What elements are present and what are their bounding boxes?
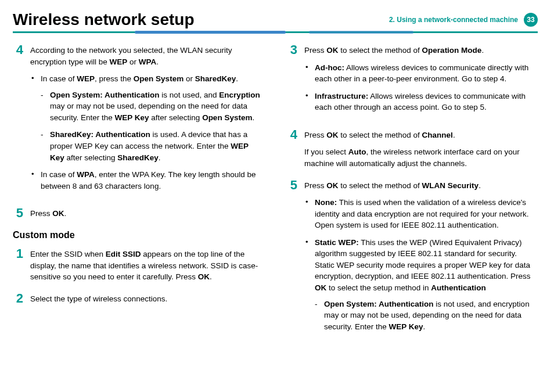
accent-bar bbox=[309, 31, 413, 34]
step-number: 4 bbox=[287, 128, 297, 170]
bold-text: Operation Mode bbox=[422, 46, 482, 55]
bold-text: Infrastructure: bbox=[315, 92, 368, 100]
text: . bbox=[252, 113, 254, 122]
bold-text: WEP bbox=[110, 57, 128, 66]
step-text: Press OK to select the method of Operati… bbox=[304, 45, 538, 56]
step-body: Press OK to select the method of Operati… bbox=[304, 45, 538, 119]
bold-text: OK bbox=[326, 131, 338, 139]
bold-text: OK bbox=[326, 46, 338, 55]
list-item: Open System: Authentication is not used,… bbox=[41, 89, 264, 124]
step-4-left: 4 According to the network you selected,… bbox=[13, 45, 264, 197]
text: to select the method of bbox=[339, 181, 422, 190]
step-3-right: 3 Press OK to select the method of Opera… bbox=[287, 45, 538, 119]
text: If you select bbox=[304, 148, 348, 156]
text: Enter the SSID when bbox=[30, 250, 106, 258]
page-number-badge: 33 bbox=[524, 13, 538, 27]
step-body: Press OK to select the method of WLAN Se… bbox=[304, 180, 538, 339]
bullet-list: None: This is used when the validation o… bbox=[304, 197, 538, 332]
bold-text: SharedKey: Authentication bbox=[50, 130, 150, 139]
step-text: Press OK to select the method of Channel… bbox=[304, 130, 538, 141]
bold-text: Open System: Authentication bbox=[50, 91, 160, 99]
step-number: 4 bbox=[13, 44, 23, 197]
step-number: 2 bbox=[13, 292, 23, 305]
custom-mode-heading: Custom mode bbox=[13, 230, 264, 240]
bold-text: OK bbox=[52, 209, 64, 218]
step-5-left: 5 Press OK. bbox=[13, 208, 264, 220]
left-column: 4 According to the network you selected,… bbox=[13, 45, 264, 348]
bold-text: WPA bbox=[139, 57, 157, 66]
step-body: Select the type of wireless connections. bbox=[30, 293, 264, 305]
text: . bbox=[236, 74, 238, 83]
bold-text: OK bbox=[315, 283, 326, 292]
text: Allows wireless devices to communicate d… bbox=[315, 63, 528, 84]
list-item: In case of WEP, press the Open System or… bbox=[30, 73, 264, 163]
text: . bbox=[453, 131, 455, 139]
text: or bbox=[184, 74, 195, 83]
step-text: Select the type of wireless connections. bbox=[30, 293, 264, 305]
text: Press bbox=[304, 46, 326, 55]
text: In case of bbox=[41, 170, 77, 179]
bold-text: Ad-hoc: bbox=[315, 63, 344, 72]
step-text: Press OK to select the method of WLAN Se… bbox=[304, 180, 538, 192]
text: to select the method of bbox=[339, 46, 422, 55]
step-body: Press OK. bbox=[30, 208, 264, 220]
list-item: Ad-hoc: Allows wireless devices to commu… bbox=[304, 62, 538, 85]
text: . bbox=[156, 57, 159, 66]
bold-text: WEP Key bbox=[389, 322, 423, 331]
step-text: If you select Auto, the wireless network… bbox=[304, 146, 538, 169]
bold-text: OK bbox=[198, 272, 210, 281]
step-number: 5 bbox=[287, 179, 297, 339]
bullet-list: Ad-hoc: Allows wireless devices to commu… bbox=[304, 62, 538, 113]
list-item: Open System: Authentication is not used,… bbox=[315, 299, 538, 333]
bold-text: Authentication bbox=[431, 283, 486, 292]
custom-step-1: 1 Enter the SSID when Edit SSID appears … bbox=[13, 249, 264, 283]
list-item: Static WEP: This uses the WEP (Wired Equ… bbox=[304, 237, 538, 333]
bold-text: SharedKey bbox=[117, 153, 159, 162]
step-text: Enter the SSID when Edit SSID appears on… bbox=[30, 249, 264, 283]
text: In case of bbox=[41, 74, 77, 83]
step-body: According to the network you selected, t… bbox=[30, 45, 264, 197]
bold-text: Channel bbox=[422, 131, 453, 139]
text: This is used when the validation of a wi… bbox=[315, 198, 528, 229]
header-rule bbox=[13, 31, 538, 33]
bold-text: WEP bbox=[77, 74, 95, 83]
text: . bbox=[210, 272, 212, 281]
page-title: Wireless network setup bbox=[13, 10, 195, 29]
content-columns: 4 According to the network you selected,… bbox=[13, 45, 538, 348]
step-4-right: 4 Press OK to select the method of Chann… bbox=[287, 130, 538, 170]
step-text: Press OK. bbox=[30, 208, 264, 220]
list-item: SharedKey: Authentication is used. A dev… bbox=[41, 129, 264, 163]
bold-text: WEP Key bbox=[115, 113, 149, 122]
accent-bar bbox=[135, 31, 286, 34]
text: to select the method of bbox=[339, 131, 422, 139]
text: or bbox=[127, 57, 139, 66]
bold-text: Auto bbox=[348, 148, 366, 156]
step-body: Press OK to select the method of Channel… bbox=[304, 130, 538, 170]
text: . bbox=[479, 181, 481, 190]
bold-text: Edit SSID bbox=[106, 250, 141, 258]
list-item: In case of WPA, enter the WPA Key. The k… bbox=[30, 169, 264, 192]
bold-text: WPA bbox=[77, 170, 95, 179]
step-number: 5 bbox=[13, 207, 23, 220]
bold-text: Open System bbox=[134, 74, 184, 83]
dash-list: Open System: Authentication is not used,… bbox=[41, 89, 264, 163]
bold-text: OK bbox=[326, 181, 338, 190]
text: Press bbox=[304, 181, 326, 190]
list-item: Infrastructure: Allows wireless devices … bbox=[304, 91, 538, 113]
text: after selecting bbox=[64, 153, 118, 162]
step-number: 3 bbox=[287, 44, 297, 119]
step-body: Enter the SSID when Edit SSID appears on… bbox=[30, 249, 264, 283]
bold-text: SharedKey bbox=[195, 74, 236, 83]
step-5-right: 5 Press OK to select the method of WLAN … bbox=[287, 180, 538, 339]
step-number: 1 bbox=[13, 247, 23, 283]
text: . bbox=[423, 322, 426, 331]
text: , press the bbox=[95, 74, 134, 83]
text: after selecting bbox=[149, 113, 203, 122]
text: is not used, and bbox=[160, 91, 220, 99]
list-item: None: This is used when the validation o… bbox=[304, 197, 538, 231]
text: . bbox=[64, 209, 67, 218]
bold-text: Open System bbox=[202, 113, 252, 122]
bold-text: Encryption bbox=[219, 91, 260, 99]
bold-text: WLAN Security bbox=[422, 181, 479, 190]
custom-step-2: 2 Select the type of wireless connection… bbox=[13, 293, 264, 305]
